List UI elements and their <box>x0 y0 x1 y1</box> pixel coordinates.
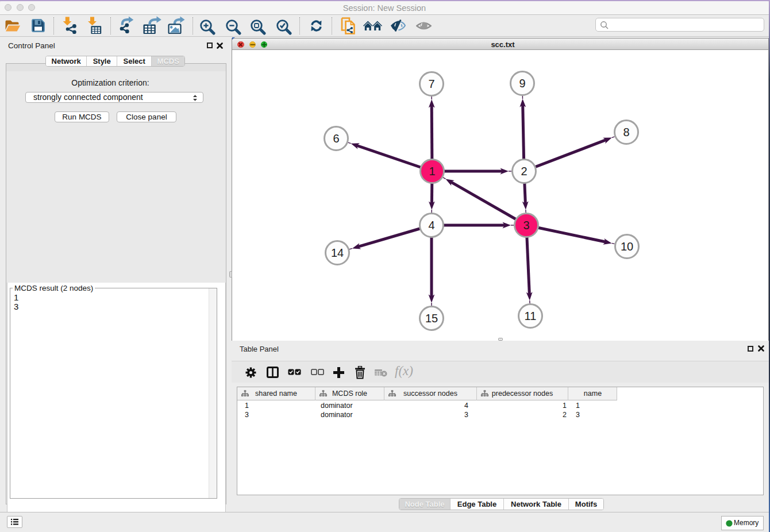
svg-text:11: 11 <box>525 310 537 322</box>
svg-text:3: 3 <box>523 219 529 232</box>
svg-text:8: 8 <box>623 126 629 138</box>
svg-text:10: 10 <box>621 240 633 253</box>
svg-text:4: 4 <box>428 219 434 232</box>
svg-text:1: 1 <box>429 165 435 178</box>
svg-text:15: 15 <box>425 312 438 325</box>
svg-text:9: 9 <box>519 77 525 90</box>
svg-text:6: 6 <box>333 132 339 145</box>
svg-text:14: 14 <box>331 246 344 259</box>
svg-text:7: 7 <box>428 78 434 90</box>
svg-text:2: 2 <box>521 165 527 178</box>
